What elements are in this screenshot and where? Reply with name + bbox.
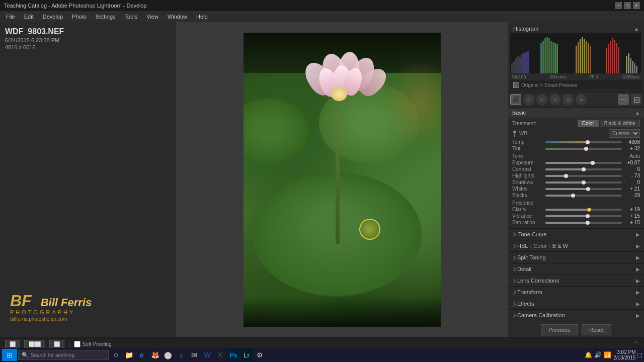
menu-tools[interactable]: Tools — [121, 13, 142, 21]
clarity-thumb[interactable] — [587, 208, 591, 212]
shadows-thumb[interactable] — [582, 180, 586, 185]
tint-thumb[interactable] — [584, 147, 588, 151]
taskbar-speaker[interactable]: 🔊 — [594, 351, 602, 358]
treatment-color-btn[interactable]: Color — [578, 120, 599, 127]
taskbar-word[interactable]: W — [201, 349, 213, 361]
taskbar-search[interactable]: 🔍 Search for anything — [18, 350, 109, 360]
split-toning-panel[interactable]: Split Toning ▶ — [508, 252, 644, 263]
basic-panel-arrow[interactable]: ▲ — [635, 110, 640, 116]
exposure-thumb[interactable] — [591, 161, 595, 165]
taskbar-firefox[interactable]: 🦊 — [149, 349, 161, 361]
taskbar-ps[interactable]: Ps — [227, 349, 239, 361]
tool-spot[interactable]: ○ — [523, 94, 534, 105]
taskbar-more[interactable]: ⚙ — [254, 349, 266, 361]
tool-redeye[interactable]: ○ — [536, 94, 547, 105]
taskbar-mail[interactable]: ✉ — [188, 349, 200, 361]
view-btn-1[interactable]: ⬜ — [5, 340, 20, 348]
taskbar-network[interactable]: 📶 — [604, 351, 611, 358]
taskbar-notification[interactable]: 🔔 — [585, 351, 592, 358]
menu-help[interactable]: Help — [192, 13, 212, 21]
menu-window[interactable]: Window — [164, 13, 191, 21]
menu-file[interactable]: File — [2, 13, 19, 21]
blacks-track[interactable] — [545, 195, 622, 197]
highlights-track[interactable] — [545, 175, 622, 177]
start-button[interactable]: ⊞ — [2, 349, 17, 361]
histogram-header: Histogram ▲ — [510, 24, 642, 33]
tool-slider-range[interactable]: ⊟ — [631, 94, 642, 105]
vibrance-thumb[interactable] — [586, 214, 590, 218]
blacks-thumb[interactable] — [571, 194, 575, 198]
lens-corrections-panel[interactable]: Lens Corrections ▶ — [508, 275, 644, 287]
temp-thumb[interactable] — [586, 140, 590, 144]
taskbar-spotify[interactable]: ♪ — [175, 349, 187, 361]
taskbar-lr[interactable]: Lr — [240, 349, 253, 361]
menu-edit[interactable]: Edit — [20, 13, 38, 21]
tone-curve-title: Tone Curve — [518, 231, 546, 237]
tone-curve-panel[interactable]: Tone Curve ▶ — [508, 229, 644, 240]
shadows-track[interactable] — [545, 182, 622, 184]
window-controls[interactable]: ─ □ ✕ — [615, 2, 640, 9]
view-btn-2[interactable]: ⬜⬜ — [24, 340, 45, 348]
menu-photo[interactable]: Photo — [68, 13, 91, 21]
detail-panel[interactable]: Detail ▶ — [508, 263, 644, 275]
taskbar-chrome[interactable]: ⬤ — [162, 349, 174, 361]
soft-proofing-check[interactable]: Soft Proofing — [74, 341, 112, 347]
basic-panel-header[interactable]: Basic ▲ — [508, 108, 644, 118]
menu-view[interactable]: View — [142, 13, 163, 21]
contrast-track[interactable] — [545, 168, 622, 170]
tool-graduated[interactable]: ○ — [549, 94, 560, 105]
clarity-track[interactable] — [545, 209, 622, 211]
camera-calibration-panel[interactable]: Camera Calibration ▶ — [508, 310, 644, 321]
wb-label: WB: — [519, 131, 544, 136]
exposure-track[interactable] — [545, 162, 622, 164]
maximize-button[interactable]: □ — [624, 2, 631, 9]
menu-settings[interactable]: Settings — [92, 13, 120, 21]
soft-proofing-checkbox[interactable] — [74, 341, 80, 347]
tool-brush[interactable]: ○ — [576, 94, 587, 105]
wb-select[interactable]: Custom As Shot Auto — [609, 129, 640, 138]
taskbar-cortana[interactable]: ○ — [110, 349, 122, 361]
close-button[interactable]: ✕ — [633, 2, 640, 9]
treatment-bw-btn[interactable]: Black & White — [600, 120, 640, 127]
taskbar-action-center[interactable]: □ — [638, 351, 642, 359]
temp-track[interactable] — [545, 141, 622, 143]
saturation-track[interactable] — [545, 222, 622, 224]
effects-panel[interactable]: Effects ▶ — [508, 298, 644, 310]
previous-button[interactable]: Previous — [541, 324, 578, 335]
whites-thumb[interactable] — [586, 187, 590, 191]
bw-label[interactable]: B & W — [552, 243, 568, 249]
tool-radial[interactable]: ○ — [562, 94, 574, 105]
svg-rect-2 — [515, 58, 517, 73]
taskbar-edge[interactable]: e — [136, 349, 148, 361]
transform-panel[interactable]: Transform ▶ — [508, 287, 644, 298]
minimize-button[interactable]: ─ — [615, 2, 622, 9]
hsl-panel[interactable]: HSL / Color / B & W ▶ — [508, 240, 644, 252]
contrast-thumb[interactable] — [582, 167, 586, 171]
histogram-arrow[interactable]: ▲ — [634, 26, 639, 32]
vibrance-track[interactable] — [545, 215, 622, 217]
hist-iso: 59/100 — [512, 74, 526, 79]
smart-preview-checkbox[interactable]: ✓ — [513, 82, 519, 88]
highlights-thumb[interactable] — [564, 174, 568, 178]
tool-crop[interactable]: ⬛ — [510, 94, 521, 105]
tint-track[interactable] — [545, 148, 622, 150]
color-label[interactable]: Color — [533, 243, 546, 249]
whites-slider-row: Whites + 21 — [512, 186, 640, 192]
taskbar-excel[interactable]: X — [214, 349, 226, 361]
menu-develop[interactable]: Develop — [39, 13, 67, 21]
tone-auto-btn[interactable]: Auto — [629, 153, 640, 159]
camera-calibration-title: Camera Calibration — [517, 312, 565, 318]
photo-container[interactable] — [244, 33, 441, 327]
view-btn-3[interactable]: ⬜ — [49, 340, 64, 348]
svg-rect-26 — [606, 48, 607, 73]
center-panel[interactable] — [176, 22, 508, 337]
reset-button[interactable]: Reset — [582, 324, 611, 335]
whites-value: + 21 — [624, 186, 640, 192]
svg-rect-10 — [542, 41, 544, 73]
taskbar-files[interactable]: 📁 — [123, 349, 135, 361]
whites-track[interactable] — [545, 188, 622, 190]
saturation-value: + 15 — [624, 220, 640, 225]
saturation-thumb[interactable] — [586, 221, 590, 225]
eyedropper-icon[interactable] — [512, 130, 517, 137]
tool-range[interactable]: — — [618, 94, 629, 105]
